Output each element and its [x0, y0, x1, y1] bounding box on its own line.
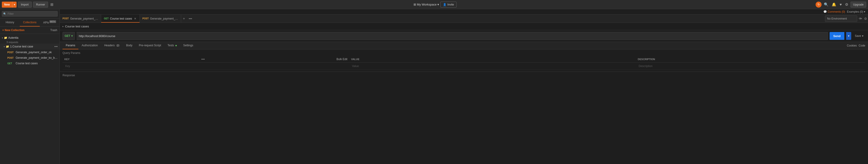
examples-chevron-icon: ▾ [864, 10, 865, 13]
method-select[interactable]: GET ▾ [63, 32, 75, 40]
description-input[interactable] [638, 64, 863, 68]
settings-icon[interactable]: ⚙ [844, 1, 849, 8]
content-area: 💬 Comments (0) Examples (0) ▾ POST Gener… [60, 9, 868, 164]
tab-generate-ko[interactable]: POST Generate_payment_order_ko... [140, 15, 181, 23]
tab-course-test[interactable]: GET Course test cases ✕ [101, 15, 140, 23]
save-button[interactable]: Save ▾ [853, 32, 865, 40]
save-chevron-icon: ▾ [862, 34, 863, 37]
new-collection-button[interactable]: + New Collection [2, 29, 24, 32]
runner-button[interactable]: Runner [33, 2, 48, 8]
params-tab-list: Params Authorization Headers 2 Body Pre-… [63, 42, 196, 49]
filter-input[interactable] [2, 11, 58, 17]
params-more-button[interactable]: ••• [202, 57, 205, 61]
request-title-chevron-icon: ▸ [63, 25, 64, 28]
params-tab-tests[interactable]: Tests [164, 42, 180, 49]
tab-close-button[interactable]: ✕ [133, 17, 137, 20]
folder-more-icon[interactable]: ••• [54, 45, 58, 48]
collection-sub: 3 requests [0, 41, 60, 44]
sidebar-tab-collections[interactable]: Collections [20, 19, 39, 26]
workspace-label: My Workspace [417, 3, 437, 6]
params-tab-params[interactable]: Params [63, 42, 79, 49]
add-tab-button[interactable]: + [181, 17, 187, 21]
request-name-1: Generate_payment_order_ok [16, 51, 58, 54]
collection-chevron-icon: ▾ [2, 37, 3, 39]
new-dropdown-arrow[interactable]: ▾ [12, 2, 17, 8]
workspace-button[interactable]: ⊞ My Workspace ▾ [413, 3, 439, 6]
sidebar-tree: ▾ 📁 Autentia 3 requests ▾ 📁 1.Course tes… [0, 34, 60, 164]
method-badge-get-3: GET [7, 62, 14, 65]
invite-button[interactable]: 👤 Invite [440, 2, 457, 8]
sidebar-tab-history[interactable]: History [0, 19, 20, 26]
new-button[interactable]: New ▾ [2, 2, 17, 8]
response-label: Response [60, 72, 868, 79]
tab-method-badge-2: GET [104, 17, 109, 20]
tab-name-2: Course test cases [110, 17, 132, 20]
filter-search-icon: 🔍 [3, 12, 6, 16]
new-button-label: New [2, 3, 12, 6]
collection-group: ▾ 📁 Autentia 3 requests ▾ 📁 1.Course tes… [0, 35, 60, 66]
params-tab-right: Cookies Code [847, 44, 865, 47]
more-tabs-button[interactable]: ••• [187, 17, 194, 21]
params-table: KEY ••• Bulk Edit VALUE DESCRIPTION [63, 56, 865, 70]
search-icon[interactable]: 🔍 [823, 1, 829, 8]
topbar-center: ⊞ My Workspace ▾ 👤 Invite [56, 2, 814, 8]
heart-icon[interactable]: ♥ [839, 2, 843, 8]
request-item-2[interactable]: POST Generate_payment_order_ko_bad_pa... [0, 55, 60, 61]
notification-icon[interactable]: 🔔 [831, 1, 837, 8]
key-input[interactable] [64, 64, 347, 68]
method-badge-post-2: POST [7, 57, 14, 59]
examples-button[interactable]: Examples (0) ▾ [847, 10, 865, 13]
content-header: 💬 Comments (0) Examples (0) ▾ [60, 9, 868, 15]
value-input[interactable] [351, 64, 634, 68]
value-cell [349, 63, 636, 70]
cookies-link[interactable]: Cookies [847, 44, 857, 47]
params-tab-settings[interactable]: Settings [180, 42, 196, 49]
tab-method-badge-3: POST [143, 17, 149, 20]
method-chevron-icon: ▾ [71, 34, 73, 37]
sidebar-search-area: 🔍 [0, 9, 60, 19]
request-item-1[interactable]: POST Generate_payment_order_ok [0, 50, 60, 55]
url-input[interactable] [76, 32, 828, 40]
import-button[interactable]: Import [18, 2, 32, 8]
upgrade-button[interactable]: Upgrade [850, 2, 866, 8]
apis-beta-badge: BETA [50, 20, 56, 23]
code-link[interactable]: Code [859, 44, 865, 47]
grid-icon: ⊞ [413, 3, 416, 6]
request-tab-bar: POST Generate_payment_order_ok GET Cours… [60, 15, 868, 23]
tab-generate-ok[interactable]: POST Generate_payment_order_ok [60, 15, 101, 23]
collection-header[interactable]: ▾ 📁 Autentia [0, 35, 60, 41]
params-tab-body[interactable]: Body [123, 42, 135, 49]
env-eye-button[interactable]: 👁 [857, 16, 863, 21]
request-item-3[interactable]: GET Course test cases [0, 61, 60, 66]
params-table-row [63, 63, 865, 70]
request-title: ▸ Course test cases [63, 25, 865, 28]
request-title-section: ▸ Course test cases [60, 23, 868, 30]
headers-count-badge: 2 [116, 44, 120, 47]
refresh-icon[interactable]: ↻ [815, 2, 822, 8]
params-tabs: Params Authorization Headers 2 Body Pre-… [60, 42, 868, 50]
send-button[interactable]: Send [830, 32, 844, 40]
params-tab-prerequest[interactable]: Pre-request Script [135, 42, 164, 49]
tests-active-dot [176, 45, 177, 46]
trash-button[interactable]: Trash [50, 29, 57, 32]
layout-icon[interactable]: ⊞ [50, 1, 54, 8]
comments-button[interactable]: 💬 Comments (0) [824, 10, 845, 13]
bulk-edit-button[interactable]: Bulk Edit [337, 58, 347, 61]
query-params-title: Query Params [63, 51, 865, 55]
request-name-3: Course test cases [16, 62, 58, 65]
plus-icon: + [2, 29, 4, 32]
topbar: New ▾ Import Runner ⊞ ⊞ My Workspace ▾ 👤… [0, 0, 868, 9]
params-tab-authorization[interactable]: Authorization [79, 42, 101, 49]
description-cell [636, 63, 865, 70]
tab-name-3: Generate_payment_order_ko... [150, 17, 178, 20]
comment-icon: 💬 [824, 10, 827, 13]
params-tab-headers[interactable]: Headers 2 [101, 42, 123, 49]
person-plus-icon: 👤 [443, 3, 446, 6]
sidebar-tab-apis[interactable]: APIsBETA [40, 19, 60, 26]
folder-item[interactable]: ▾ 📁 1.Course test case ••• [0, 44, 60, 50]
env-settings-button[interactable]: ⚙ [863, 16, 868, 21]
environment-select[interactable]: No Environment [825, 16, 857, 22]
send-dropdown-button[interactable]: ▾ [846, 32, 851, 40]
sidebar-actions: + New Collection Trash [0, 27, 60, 34]
query-params-section: Query Params KEY ••• Bulk Edit VALUE DES… [60, 50, 868, 72]
